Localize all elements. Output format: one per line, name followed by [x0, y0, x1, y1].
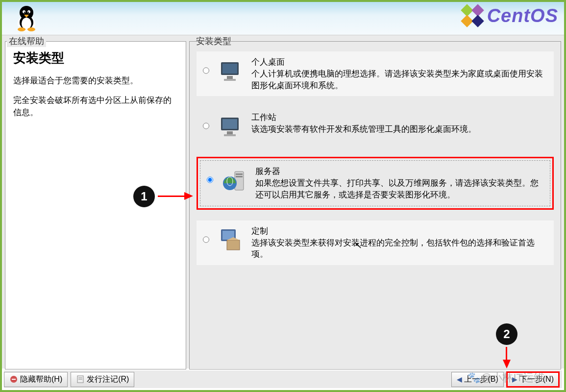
svg-point-9	[27, 27, 35, 31]
radio-personal-desktop[interactable]	[203, 67, 209, 74]
option-desc: 该选项安装带有软件开发和系统管理工具的图形化桌面环境。	[251, 123, 550, 135]
option-desc: 选择该安装类型来获得对安装进程的完全控制，包括软件包的选择和验证首选项。	[251, 237, 550, 261]
cursor-icon: ↖	[355, 240, 362, 251]
annotation-badge-2: 2	[496, 323, 517, 345]
option-title: 工作站	[251, 112, 550, 123]
release-notes-button[interactable]: 发行注记(R)	[71, 372, 134, 387]
svg-point-5	[27, 10, 30, 13]
footer-bar: 隐藏帮助(H) 发行注记(R) ◀ 上一步(B) ▶ 下一步(N)	[4, 370, 562, 388]
server-highlight-box: 服务器 如果您想设置文件共享、打印共享、以及万维网服务，请选择该安装类型。您还可…	[197, 157, 554, 209]
option-personal-desktop[interactable]: 个人桌面 个人计算机或便携电脑的理想选择。请选择该安装类型来为家庭或桌面使用安装…	[197, 51, 554, 96]
help-paragraph-1: 选择最适合于您需要的安装类型。	[13, 74, 178, 87]
svg-point-8	[18, 27, 25, 31]
centos-icon	[461, 4, 484, 27]
svg-point-4	[23, 10, 25, 13]
option-title: 个人桌面	[251, 56, 550, 68]
svg-rect-15	[222, 64, 237, 74]
annotation-arrow-2-head	[503, 360, 511, 368]
option-custom[interactable]: 定制 选择该安装类型来获得对安装进程的完全控制，包括软件包的选择和验证首选项。	[197, 220, 554, 265]
svg-rect-24	[236, 176, 243, 177]
custom-icon	[216, 225, 246, 255]
back-button[interactable]: ◀ 上一步(B)	[451, 372, 503, 387]
svg-rect-20	[227, 131, 233, 134]
option-server[interactable]: 服务器 如果您想设置文件共享、打印共享、以及万维网服务，请选择该安装类型。您还可…	[200, 160, 550, 206]
svg-point-6	[24, 12, 25, 13]
help-legend: 在线帮助	[7, 35, 46, 47]
triangle-right-icon: ▶	[512, 375, 517, 383]
svg-rect-13	[471, 15, 484, 27]
next-label: 下一步(N)	[519, 374, 554, 385]
centos-brand-text: CentOS	[487, 5, 558, 26]
triangle-left-icon: ◀	[457, 375, 462, 383]
svg-rect-10	[461, 4, 473, 16]
svg-rect-11	[471, 4, 484, 16]
centos-logo: CentOS	[461, 4, 558, 27]
svg-rect-23	[236, 173, 243, 175]
option-title: 定制	[251, 225, 550, 237]
hide-help-button[interactable]: 隐藏帮助(H)	[4, 372, 68, 387]
annotation-arrow-1-head	[184, 192, 193, 200]
release-notes-label: 发行注记(R)	[87, 374, 129, 385]
hide-help-label: 隐藏帮助(H)	[20, 374, 62, 385]
svg-rect-12	[461, 15, 473, 27]
tux-icon	[12, 3, 41, 32]
option-workstation[interactable]: 工作站 该选项安装带有软件开发和系统管理工具的图形化桌面环境。	[197, 107, 554, 146]
help-title: 安装类型	[13, 49, 178, 67]
hide-help-icon	[9, 375, 18, 384]
svg-rect-31	[12, 379, 16, 380]
help-panel: 在线帮助 安装类型 选择最适合于您需要的安装类型。 完全安装会破坏所有选中分区上…	[5, 38, 186, 366]
radio-custom[interactable]	[203, 236, 209, 244]
workstation-icon	[216, 112, 246, 141]
annotation-arrow-2-line	[506, 347, 507, 361]
annotation-arrow-1-line	[158, 196, 185, 197]
notes-icon	[76, 375, 85, 384]
server-icon	[220, 166, 249, 195]
svg-rect-21	[224, 134, 236, 136]
svg-rect-19	[222, 119, 237, 129]
next-button[interactable]: ▶ 下一步(N)	[507, 372, 559, 387]
svg-rect-29	[227, 240, 240, 250]
svg-rect-16	[227, 76, 233, 79]
radio-server[interactable]	[207, 176, 213, 184]
svg-rect-17	[224, 79, 236, 81]
header-banner: CentOS	[2, 2, 564, 35]
annotation-badge-1: 1	[133, 186, 155, 207]
radio-workstation[interactable]	[203, 122, 209, 130]
option-desc: 个人计算机或便携电脑的理想选择。请选择该安装类型来为家庭或桌面使用安装图形化桌面…	[251, 68, 550, 92]
desktop-icon	[216, 56, 246, 86]
option-title: 服务器	[255, 166, 546, 177]
back-label: 上一步(B)	[464, 374, 498, 385]
content-panel: 安装类型 个人桌面 个人计算机或便携电脑的理想选择。请选择该安装类型来为家庭或桌…	[189, 38, 561, 366]
svg-point-7	[28, 12, 29, 13]
option-desc: 如果您想设置文件共享、打印共享、以及万维网服务，请选择该安装类型。您还可以启用其…	[255, 177, 546, 201]
help-paragraph-2: 完全安装会破坏所有选中分区上从前保存的信息。	[13, 94, 178, 119]
